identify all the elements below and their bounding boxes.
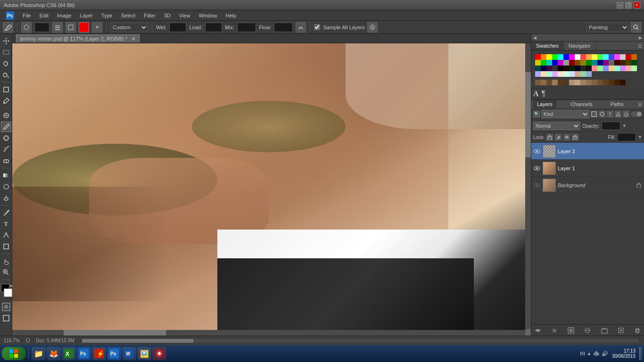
brush-type-select[interactable]: Custom	[110, 23, 148, 32]
move-tool[interactable]	[1, 36, 11, 46]
sample-all-checkbox[interactable]	[314, 24, 320, 30]
dodge-tool[interactable]	[1, 193, 11, 203]
hscroll-status[interactable]	[82, 339, 638, 343]
taskbar-excel[interactable]: X	[62, 347, 76, 360]
swatch-cell[interactable]	[575, 71, 580, 77]
taskbar-gallery[interactable]: 🖼️	[137, 347, 151, 360]
swatch-cell[interactable]	[586, 54, 592, 60]
swatch-cell[interactable]	[597, 54, 603, 60]
canvas-tab-close[interactable]: ✕	[132, 36, 135, 41]
swatch-earth[interactable]	[541, 80, 546, 85]
brush-size-input[interactable]: 30	[34, 23, 50, 32]
swatch-cell[interactable]	[592, 66, 597, 71]
brush-toggle-btn[interactable]	[66, 22, 76, 33]
swatch-cell[interactable]	[580, 71, 586, 77]
canvas-content[interactable]	[12, 43, 525, 330]
swatch-cell[interactable]	[541, 54, 546, 60]
swatch-cell[interactable]	[558, 71, 563, 77]
swatch-earth[interactable]	[569, 80, 575, 85]
swatch-cell[interactable]	[631, 60, 637, 66]
swatch-cell[interactable]	[580, 54, 586, 60]
swatch-cell[interactable]	[569, 71, 575, 77]
swatch-earth[interactable]	[609, 80, 614, 85]
swatch-cell[interactable]	[575, 60, 580, 66]
taskbar-folder[interactable]: 📁	[32, 347, 46, 360]
opacity-input[interactable]: 100%	[602, 122, 620, 130]
swatch-cell[interactable]	[552, 71, 558, 77]
lock-transparent-icon[interactable]	[546, 134, 553, 140]
swatch-cell[interactable]	[586, 66, 592, 71]
mix-input[interactable]: 100%	[237, 23, 256, 32]
hand-tool[interactable]	[1, 256, 11, 266]
menu-3d[interactable]: 3D	[160, 12, 174, 19]
layer-row-bg[interactable]: Background	[531, 177, 644, 194]
swatch-cell[interactable]	[535, 60, 541, 66]
quick-select-tool[interactable]	[1, 70, 11, 80]
layer-2-visibility[interactable]	[533, 148, 541, 155]
taskbar-word[interactable]: W	[122, 347, 136, 360]
blur-tool[interactable]	[1, 181, 11, 192]
swatch-cell[interactable]	[569, 54, 575, 60]
adjustment-btn[interactable]	[583, 326, 592, 335]
history-brush-tool[interactable]	[1, 144, 11, 155]
swatch-cell[interactable]	[552, 60, 558, 66]
brush-preview-btn[interactable]	[21, 22, 32, 33]
swatch-cell[interactable]	[592, 54, 597, 60]
menu-edit[interactable]: Edit	[36, 12, 52, 19]
eyedropper-tool[interactable]	[1, 96, 11, 106]
layer-1-visibility[interactable]	[533, 165, 541, 172]
close-button[interactable]: ✕	[634, 2, 640, 8]
swatch-cell[interactable]	[620, 66, 626, 71]
swatch-cell[interactable]	[558, 60, 563, 66]
channels-tab[interactable]: Channels	[567, 100, 596, 108]
flow-btn[interactable]	[296, 22, 306, 33]
up-arrow-icon[interactable]: ▲	[587, 351, 591, 356]
swatch-cell[interactable]	[620, 60, 626, 66]
layers-panel-menu[interactable]: ☰	[638, 102, 642, 107]
menu-window[interactable]: Window	[195, 12, 221, 19]
menu-select[interactable]: Select	[117, 12, 140, 19]
brush-tool[interactable]	[1, 122, 11, 132]
load-input[interactable]: 70%	[205, 23, 222, 32]
screen-mode-btn[interactable]	[1, 313, 11, 323]
swatch-cell[interactable]	[609, 66, 614, 71]
swatch-cell[interactable]	[614, 54, 620, 60]
background-color[interactable]	[4, 288, 12, 297]
layers-tab[interactable]: Layers	[533, 100, 556, 108]
restore-button[interactable]: ❐	[625, 2, 632, 8]
canvas-hscroll-thumb[interactable]	[64, 330, 166, 336]
taskbar-flash[interactable]: ⚡	[92, 347, 106, 360]
sample-ring-btn[interactable]	[367, 22, 378, 33]
filter-pixel-icon[interactable]	[591, 111, 597, 117]
filter-adjust-icon[interactable]	[599, 111, 605, 117]
swatch-cell[interactable]	[631, 66, 637, 71]
swatch-cell[interactable]	[558, 54, 563, 60]
swatch-cell[interactable]	[546, 60, 552, 66]
swatch-cell[interactable]	[569, 60, 575, 66]
filter-toggle[interactable]	[631, 111, 642, 117]
filter-type-icon[interactable]: T	[607, 111, 613, 117]
lock-all-icon[interactable]	[572, 134, 578, 140]
panel-collapse-icon[interactable]: ◀	[533, 35, 537, 40]
panel-expand-icon[interactable]: ▶	[639, 35, 642, 40]
swatch-earth[interactable]	[546, 80, 552, 85]
brush-settings-btn[interactable]	[52, 22, 63, 33]
swatch-cell[interactable]	[563, 60, 569, 66]
zoom-tool[interactable]	[1, 267, 11, 278]
blend-mode-select[interactable]: Normal Multiply Screen	[533, 122, 580, 130]
shape-tool[interactable]	[1, 241, 11, 252]
lock-image-icon[interactable]	[555, 134, 561, 140]
flow-input[interactable]: 100%	[274, 23, 293, 32]
swatch-earth[interactable]	[580, 80, 586, 85]
swatch-cell[interactable]	[614, 60, 620, 66]
swatch-cell[interactable]	[535, 66, 541, 71]
swatch-earth[interactable]	[586, 80, 592, 85]
canvas-vscroll[interactable]	[525, 43, 531, 329]
swatch-cell[interactable]	[563, 66, 569, 71]
swatch-cell[interactable]	[580, 60, 586, 66]
swatch-cell[interactable]	[575, 54, 580, 60]
swatch-earth[interactable]	[552, 80, 558, 85]
swatch-cell[interactable]	[620, 54, 626, 60]
swatch-cell[interactable]	[552, 54, 558, 60]
taskbar-misc[interactable]	[152, 347, 166, 360]
